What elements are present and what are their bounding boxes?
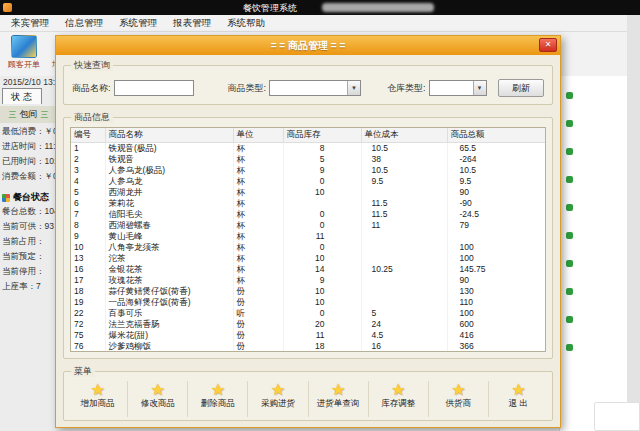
stock-adjust-button[interactable]: ★库存调整 [369, 381, 429, 417]
table-cell [283, 198, 361, 209]
table-cell: 100 [447, 308, 545, 319]
purchase-stock-button[interactable]: ★采购进货 [248, 381, 308, 417]
dialog-titlebar[interactable]: = = 商品管理 = = ✕ [56, 36, 560, 55]
dialog-body: 快速查询 商品名称: 商品类型: ▼ 仓库类型: ▼ 刷新 [56, 55, 560, 427]
product-name-input[interactable] [114, 80, 194, 96]
column-header[interactable]: 单位成本 [361, 128, 447, 143]
table-cell: 7 [71, 209, 105, 220]
table-cell: 0 [283, 242, 361, 253]
room-header-label: 包间 [20, 108, 38, 121]
table-row[interactable]: 13沱茶杯10100 [71, 253, 545, 264]
column-header[interactable]: 商品名称 [105, 128, 233, 143]
column-header[interactable]: 商品总额 [447, 128, 545, 143]
menu-button-label: 进货单查询 [317, 398, 360, 410]
menu-item-guest-mgmt[interactable]: 来宾管理 [3, 16, 57, 31]
column-header[interactable]: 商品库存 [283, 128, 361, 143]
table-cell: 5 [361, 308, 447, 319]
table-cell: 24 [361, 319, 447, 330]
product-name-label: 商品名称: [72, 82, 111, 95]
stat-label: 当前可供： [2, 219, 45, 234]
supplier-button[interactable]: ★供货商 [429, 381, 489, 417]
chevron-down-icon[interactable]: ▼ [347, 81, 360, 95]
table-cell [361, 187, 447, 198]
table-cell: 10 [283, 286, 361, 297]
table-row[interactable]: 9黄山毛峰杯11 [71, 231, 545, 242]
table-row[interactable]: 5西湖龙井杯1090 [71, 187, 545, 198]
table-cell: 110 [447, 297, 545, 308]
purchase-order-query-button[interactable]: ★进货单查询 [309, 381, 369, 417]
table-row[interactable]: 8西湖碧螺春杯01179 [71, 220, 545, 231]
table-cell: -264 [447, 154, 545, 165]
table-row[interactable]: 18蒜仔黄鳝煲仔饭(荷香)份10130 [71, 286, 545, 297]
table-row[interactable]: 16金银花茶杯1410.25145.75 [71, 264, 545, 275]
table-cell: 份 [233, 286, 283, 297]
table-row[interactable]: 1铁观音(极品)杯810.565.5 [71, 143, 545, 155]
table-row[interactable]: 4人参乌龙杯09.59.5 [71, 176, 545, 187]
close-button[interactable]: ✕ [539, 38, 557, 52]
table-row[interactable]: 17玫瑰花茶杯990 [71, 275, 545, 286]
menu-item-system-help[interactable]: 系统帮助 [219, 16, 273, 31]
menu-item-system-mgmt[interactable]: 系统管理 [111, 16, 165, 31]
product-type-select[interactable]: ▼ [269, 80, 361, 96]
corner-panel [594, 402, 640, 431]
menu-button-label: 增加商品 [81, 398, 115, 410]
table-cell: 听 [233, 308, 283, 319]
table-row[interactable]: 7信阳毛尖杯011.5-24.5 [71, 209, 545, 220]
table-cell: 16 [361, 341, 447, 352]
table-row[interactable]: 72法兰克福香肠份2024600 [71, 319, 545, 330]
product-info-group: 商品信息 编号商品名称单位商品库存单位成本商品总额 1铁观音(极品)杯810.5… [63, 117, 553, 359]
refresh-button[interactable]: 刷新 [498, 79, 544, 97]
table-row[interactable]: 2铁观音杯538-264 [71, 154, 545, 165]
table-cell: 4 [71, 176, 105, 187]
table-cell: 黄山毛峰 [105, 231, 233, 242]
delete-product-button[interactable]: ★删除商品 [188, 381, 248, 417]
table-cell: 西湖龙井 [105, 187, 233, 198]
add-product-button[interactable]: ★增加商品 [68, 381, 128, 417]
list-bullet-icon [566, 232, 573, 239]
table-cell: 19 [71, 297, 105, 308]
list-bullet-icon [566, 92, 573, 99]
product-table[interactable]: 编号商品名称单位商品库存单位成本商品总额 1铁观音(极品)杯810.565.52… [70, 127, 546, 352]
chevron-down-icon[interactable]: ▼ [473, 81, 486, 95]
table-cell: 4.5 [361, 330, 447, 341]
toolbar-button-label: 顾客开单 [8, 59, 40, 70]
table-row[interactable]: 19一品海鲜煲仔饭(荷香)份10110 [71, 297, 545, 308]
table-cell: 100 [447, 253, 545, 264]
stat-row: 最低消费：￥0. [0, 124, 57, 139]
column-header[interactable]: 单位 [233, 128, 283, 143]
table-cell: 14 [283, 264, 361, 275]
product-table-body: 1铁观音(极品)杯810.565.52铁观音杯538-2643人参乌龙(极品)杯… [71, 143, 545, 353]
exit-button[interactable]: ★退 出 [489, 381, 548, 417]
table-cell: 10 [283, 253, 361, 264]
table-cell: 10.25 [361, 264, 447, 275]
table-row[interactable]: 3人参乌龙(极品)杯910.510.5 [71, 165, 545, 176]
table-row[interactable]: 6茉莉花杯11.5-90 [71, 198, 545, 209]
table-cell: 0 [283, 176, 361, 187]
table-cell: 爆米花(甜) [105, 330, 233, 341]
stat-label: 当前占用： [2, 234, 45, 249]
table-cell: 20 [283, 319, 361, 330]
table-cell: 10 [71, 242, 105, 253]
menu-item-report-mgmt[interactable]: 报表管理 [165, 16, 219, 31]
table-cell: 0 [283, 209, 361, 220]
table-cell: 杯 [233, 176, 283, 187]
table-row[interactable]: 22百事可乐听05100 [71, 308, 545, 319]
list-bullet-icon [566, 204, 573, 211]
menu-item-info-mgmt[interactable]: 信息管理 [57, 16, 111, 31]
warehouse-type-label: 仓库类型: [387, 82, 426, 95]
customer-billing-button[interactable]: 顾客开单 [2, 35, 46, 70]
menu-title: 菜单 [71, 365, 95, 377]
redacted-text [322, 3, 434, 12]
table-cell: 18 [71, 286, 105, 297]
table-row[interactable]: 75爆米花(甜)份114.5416 [71, 330, 545, 341]
edit-product-button[interactable]: ★修改商品 [128, 381, 188, 417]
menu-button-label: 删除商品 [201, 398, 235, 410]
table-row[interactable]: 76沙爹鸡柳饭份1816366 [71, 341, 545, 352]
table-row[interactable]: 10八角亭龙须茶杯0100 [71, 242, 545, 253]
stat-row: 餐台总数：104 [0, 204, 57, 219]
table-cell: 蒜仔黄鳝煲仔饭(荷香) [105, 286, 233, 297]
table-cell: 金银花茶 [105, 264, 233, 275]
stat-row: 当前预定： [0, 249, 57, 264]
warehouse-type-select[interactable]: ▼ [429, 80, 487, 96]
column-header[interactable]: 编号 [71, 128, 105, 143]
